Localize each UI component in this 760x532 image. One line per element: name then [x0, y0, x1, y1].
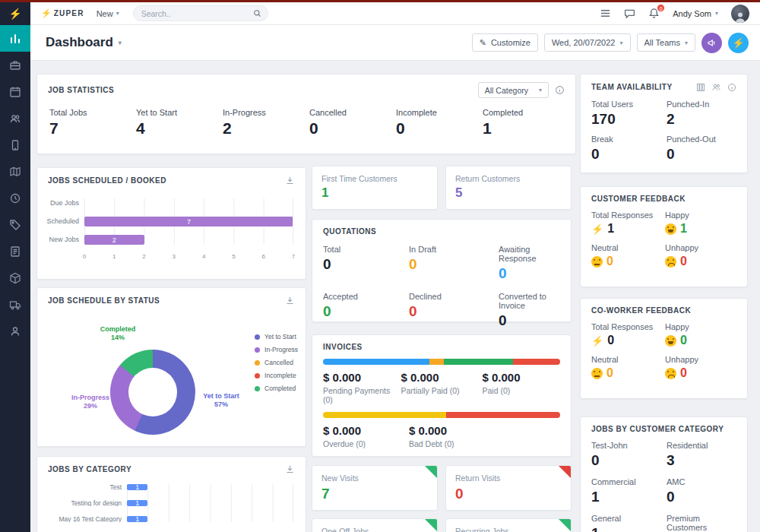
first-time-customers-label: First Time Customers [321, 174, 428, 183]
customize-label: Customize [491, 38, 530, 47]
teams-select[interactable]: All Teams ▾ [637, 33, 696, 52]
device-icon[interactable] [0, 131, 30, 158]
coworker-feedback-title: CO-WORKER FEEDBACK [591, 306, 691, 315]
invoices-row-1: $ 0.000Pending Payments (0) $ 0.000Parti… [312, 365, 571, 404]
invoices-title: INVOICES [323, 343, 363, 351]
sidebar-nav [0, 25, 30, 344]
return-visits-card: Return Visits 0 [445, 465, 572, 511]
legend-dot [255, 334, 260, 340]
download-icon[interactable] [285, 176, 295, 185]
tag-icon[interactable] [0, 211, 30, 238]
stat-label: Total Jobs [49, 108, 136, 117]
quotations-card: QUOTATIONS Total0In Draft0Awaiting Respo… [312, 219, 572, 322]
customize-button[interactable]: ✎ Customize [472, 33, 538, 52]
stat-value: 0 [409, 303, 499, 320]
stat-label: Unhappy [665, 355, 736, 364]
legend-item-in-progress: In-Progress [255, 346, 298, 353]
document-icon[interactable] [0, 238, 30, 264]
download-icon[interactable] [285, 464, 295, 474]
user-menu[interactable]: Andy Som ▾ [673, 9, 718, 18]
incomplete-stat: Incomplete0 [396, 108, 483, 138]
megaphone-button[interactable] [701, 33, 722, 53]
stat-label: Happy [665, 211, 736, 220]
date-select[interactable]: Wed, 20/07/2022 ▾ [544, 33, 631, 52]
stat-value: 0 [591, 146, 667, 163]
new-label: New [97, 9, 113, 18]
trend-up-corner [425, 519, 437, 531]
total-responses-stat: Total Responses⚡0 [591, 322, 665, 347]
menu-icon[interactable] [600, 8, 611, 19]
brand[interactable]: ⚡ ZUPER [41, 8, 84, 18]
sad-face-icon [665, 368, 676, 379]
search-icon[interactable] [253, 9, 261, 17]
chevron-down-icon: ▾ [539, 87, 542, 93]
clock-icon[interactable] [0, 185, 30, 211]
legend-item-incomplete: Incomplete [255, 372, 298, 379]
customer-feedback-card: CUSTOMER FEEDBACK Total Responses⚡1Happy… [580, 186, 748, 287]
bar-track [84, 198, 293, 208]
category-filter-select[interactable]: All Category ▾ [478, 82, 549, 98]
stat-value: 0 [665, 366, 736, 380]
legend-item-completed: Completed [255, 385, 298, 392]
first-time-customers-card: First Time Customers 1 [312, 166, 438, 210]
invoice-bar-segment-pending [323, 359, 429, 365]
columns-icon[interactable] [696, 83, 705, 92]
stat-value: 0 [667, 146, 736, 163]
jobs-briefcase-icon[interactable] [0, 52, 30, 78]
bar-track: 1 [127, 484, 293, 490]
search-input[interactable] [133, 5, 268, 21]
brand-lightning-icon: ⚡ [41, 8, 52, 18]
page-title-text: Dashboard [46, 35, 113, 50]
zuper-logo-icon[interactable]: ⚡ [0, 2, 30, 25]
punched-out-stat: Punched-Out0 [667, 135, 736, 163]
chat-icon[interactable] [624, 8, 635, 19]
bar-category-label: Testing for design [45, 500, 127, 506]
bar: 7 [84, 217, 293, 226]
stat-label: Break [591, 135, 667, 144]
invoices-row-2: $ 0.000Overdue (0) $ 0.000Bad Debt (0) [312, 418, 571, 448]
donut [110, 350, 195, 435]
stat-label: Total [323, 245, 409, 254]
total-responses-stat: Total Responses⚡1 [591, 211, 665, 236]
paid-stat: $ 0.000Paid (0) [483, 371, 560, 404]
status-donut-chart: Completed14% In-Progress29% Yet to Start… [37, 306, 306, 439]
truck-icon[interactable] [0, 291, 30, 318]
bar-category-label: Due Jobs [45, 198, 84, 208]
map-book-icon[interactable] [0, 158, 30, 185]
chevron-down-icon: ▾ [119, 40, 122, 46]
invoice-bar-segment-paid [444, 359, 512, 365]
dispatch-calendar-icon[interactable] [0, 78, 30, 105]
axis-tick: 3 [173, 253, 176, 260]
avatar[interactable] [731, 5, 749, 23]
stat-value: ⚡0 [591, 334, 665, 347]
stat-label: Total Users [591, 100, 667, 109]
box-icon[interactable] [0, 264, 30, 291]
customer-feedback-title: CUSTOMER FEEDBACK [591, 195, 686, 203]
bell-icon[interactable]: 0 [648, 8, 660, 19]
customers-users-icon[interactable] [0, 105, 30, 131]
stat-label: Awaiting Response [499, 245, 560, 263]
stat-value: 4 [136, 119, 223, 138]
stat-value: 0 [667, 489, 736, 505]
bar-track: 1 [127, 500, 293, 506]
page-title[interactable]: Dashboard ▾ [46, 35, 122, 50]
donut-legend: Yet to StartIn-ProgressCancelledIncomple… [255, 333, 298, 397]
user-icon[interactable] [0, 318, 30, 344]
invoice-bar-segment-overdue [323, 412, 446, 418]
break-stat: Break0 [591, 135, 667, 163]
info-icon[interactable] [555, 85, 565, 95]
info-icon[interactable] [727, 83, 736, 92]
stat-label: Converted to Invoice [499, 292, 560, 310]
job-schedule-by-status-card: JOB SCHEDULE BY STATUS Completed14% In-P… [36, 287, 306, 447]
stat-value: 0 [323, 303, 409, 320]
new-dropdown[interactable]: New▾ [97, 9, 119, 18]
download-icon[interactable] [285, 296, 295, 306]
return-customers-label: Return Customers [455, 174, 562, 183]
dashboard-icon[interactable] [0, 25, 30, 52]
stat-value: 1 [591, 489, 667, 505]
lightning-button[interactable]: ⚡ [728, 33, 749, 53]
stat-value: 1 [483, 119, 569, 138]
users-icon[interactable] [711, 82, 721, 92]
bar-category-label: New Jobs [45, 235, 84, 245]
window-top-strip [0, 0, 760, 2]
